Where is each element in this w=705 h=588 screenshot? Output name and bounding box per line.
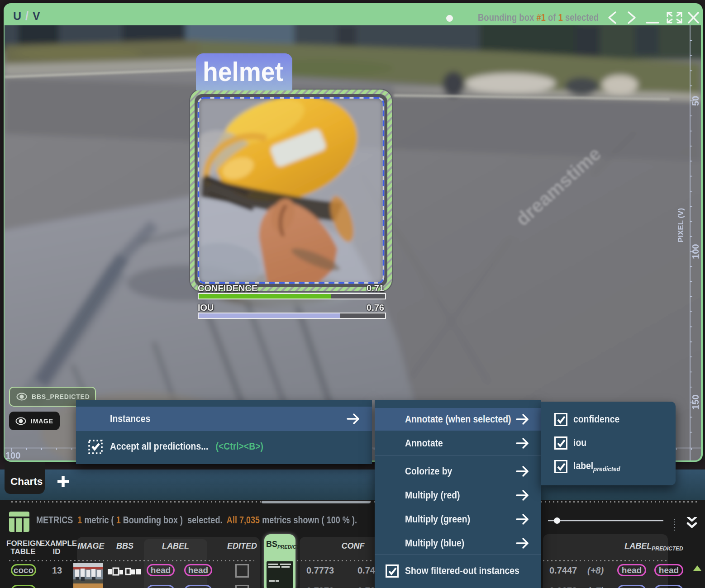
- svg-text:PIXEL (V): PIXEL (V): [676, 208, 685, 242]
- svg-text:150: 150: [691, 394, 700, 409]
- svg-text:100: 100: [691, 244, 700, 259]
- svg-text:100: 100: [5, 450, 20, 460]
- svg-text:50: 50: [691, 96, 700, 106]
